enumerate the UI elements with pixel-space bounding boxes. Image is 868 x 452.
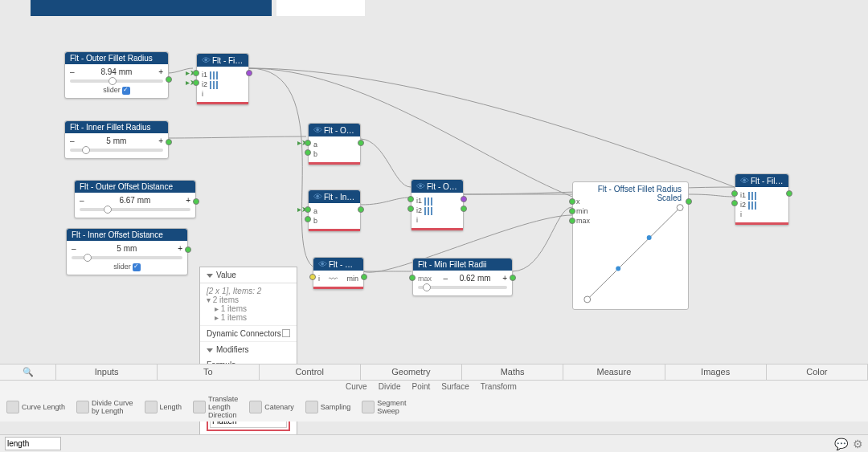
input-port[interactable] [193,79,199,86]
output-port[interactable] [461,196,467,202]
output-port[interactable] [786,190,792,197]
node-min-fillet-radii[interactable]: Flt - Min Fillet Radii max – 0.62 mm + [412,258,513,296]
plus-icon[interactable]: + [158,67,163,76]
slider-track[interactable] [80,208,190,211]
visibility-icon[interactable]: 👁 [318,259,327,269]
subtab-divide[interactable]: Divide [379,382,401,391]
svg-point-1 [584,296,591,303]
node-offset[interactable]: 👁Flt - Offse i1 i2 i [411,179,464,231]
node-outer-fillet-radius[interactable]: Flt - Outer Fillet Radius – 8.94 mm + sl… [64,51,169,99]
slider-track[interactable] [70,79,163,83]
search-tab[interactable]: 🔍 [0,364,56,380]
checkbox[interactable] [282,329,290,337]
input-port[interactable] [305,140,311,146]
node-offset-fillet-radius-scaled[interactable]: Flt - Offset Fillet Radius Scaled x min … [572,181,689,310]
minus-icon[interactable]: – [70,136,75,145]
tree-item[interactable]: 1 items [221,313,247,322]
input-port[interactable] [409,275,416,281]
search-input[interactable] [5,437,61,450]
output-port[interactable] [166,139,172,145]
visibility-icon[interactable]: 👁 [313,192,322,202]
output-port[interactable] [686,198,692,205]
input-port[interactable] [731,200,738,206]
node-inner-offset-distance[interactable]: Flt - Inner Offset Distance – 5 mm + sli… [66,228,188,275]
slider-track[interactable] [418,286,507,289]
output-port[interactable] [193,198,199,205]
settings-icon[interactable]: ⚙ [853,438,863,450]
tool-translate[interactable]: Translate Length Direction [193,395,238,419]
tab-control[interactable]: Control [260,364,361,380]
tool-catenary[interactable]: Catenary [249,401,294,413]
output-port[interactable] [461,206,467,212]
visibility-icon[interactable]: 👁 [313,125,322,135]
collapse-icon[interactable] [207,274,213,278]
tree-item[interactable]: 1 items [221,304,247,313]
minus-icon[interactable]: – [444,274,448,283]
subtab-point[interactable]: Point [411,382,430,391]
output-port[interactable] [510,275,516,281]
tool-curve-length[interactable]: Curve Length [6,401,65,413]
output-port[interactable] [246,70,252,76]
input-port[interactable] [305,216,311,222]
visibility-icon[interactable]: 👁 [202,55,211,65]
input-port[interactable] [569,218,575,224]
tab-maths[interactable]: Maths [462,364,563,380]
slider-knob[interactable] [82,146,90,154]
output-port[interactable] [185,246,191,253]
input-port[interactable] [731,190,738,197]
minus-icon[interactable]: – [80,196,84,205]
node-outer[interactable]: 👁Flt - Outer a b ▸➤ [308,123,361,165]
node-fillet-right[interactable]: 👁Flt - Fillet Ra i1 i2 i [735,173,789,226]
plus-icon[interactable]: + [158,136,163,145]
plus-icon[interactable]: + [502,274,507,283]
tab-color[interactable]: Color [767,364,868,380]
slider-knob[interactable] [423,283,431,291]
tab-images[interactable]: Images [665,364,767,380]
minus-icon[interactable]: – [70,67,75,76]
visibility-icon[interactable]: 👁 [416,181,425,191]
tab-inputs[interactable]: Inputs [56,364,158,380]
slider-track[interactable] [72,256,182,259]
slider-knob[interactable] [108,77,117,85]
output-port[interactable] [358,206,364,213]
input-port[interactable] [305,206,311,213]
slider-knob[interactable] [104,206,112,214]
tab-geometry[interactable]: Geometry [361,364,462,380]
slider-knob[interactable] [84,254,92,262]
visibility-icon[interactable]: 👁 [740,176,749,185]
input-port[interactable] [305,149,311,156]
input-port[interactable] [569,208,575,214]
tool-segment-sweep[interactable]: Segment Sweep [362,399,406,415]
minus-icon[interactable]: – [72,244,76,253]
output-port[interactable] [166,76,172,83]
plus-icon[interactable]: + [178,244,182,253]
subtab-transform[interactable]: Transform [481,382,517,391]
node-fillet[interactable]: 👁Flt - Fillet i1 i2 i ▸➤ ▸➤ [196,53,249,105]
tool-sampling[interactable]: Sampling [305,401,351,413]
checkbox-icon[interactable] [122,87,130,95]
subtab-surface[interactable]: Surface [441,382,469,391]
remap-graph[interactable] [573,182,688,309]
tab-measure[interactable]: Measure [563,364,665,380]
input-port[interactable] [309,274,316,280]
output-port[interactable] [361,274,367,280]
tool-divide-curve[interactable]: Divide Curve by Length [76,399,133,415]
node-inner[interactable]: 👁Flt - Inner a b ▸➤ [308,189,361,232]
input-port[interactable] [193,70,199,76]
input-port[interactable] [407,206,414,212]
tool-length[interactable]: Length [145,401,182,413]
tab-tools[interactable]: To [158,364,259,380]
input-port[interactable] [569,198,575,205]
slider-track[interactable] [70,149,163,152]
node-outer-offset-distance[interactable]: Flt - Outer Offset Distance – 6.67 mm + [74,180,196,218]
output-port[interactable] [358,140,364,146]
checkbox-icon[interactable] [133,263,141,271]
subtab-curve[interactable]: Curve [346,382,367,391]
collapse-icon[interactable] [207,348,213,352]
chat-icon[interactable]: 💬 [834,438,848,450]
input-port[interactable] [407,196,414,202]
node-min-f[interactable]: 👁Flt - Min F i 〰 min [313,257,364,290]
node-inner-fillet-radius[interactable]: Flt - Inner Fillet Radius – 5 mm + [64,120,169,159]
plus-icon[interactable]: + [186,196,190,205]
tree-item[interactable]: 2 items [213,295,239,304]
